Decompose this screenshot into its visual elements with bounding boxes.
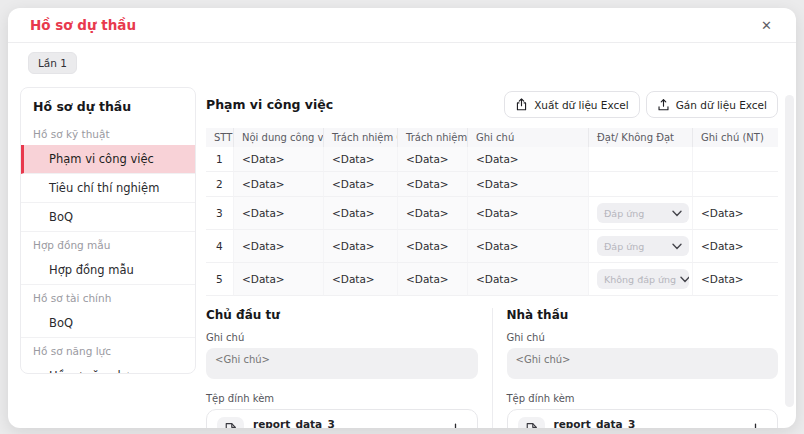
cell-cdt: <Data> [323,147,397,172]
upload-icon [657,98,670,111]
cell-status: Đáp ứng [588,230,692,263]
file-name: report_data_3 [554,418,636,428]
table-row: 3 <Data> <Data> <Data> <Data> Đáp ứng [206,197,778,230]
scope-of-work-table: STT Nội dung công việc Trách nhiệm CĐT T… [206,128,778,296]
cell-status [588,172,692,197]
cell-content: <Data> [233,172,323,197]
cell-note: <Data> [467,147,588,172]
cell-nt: <Data> [397,172,467,197]
sidebar-section-capacity: Hồ sơ năng lực [21,338,195,362]
sidebar-item-hop-dong-mau[interactable]: Hợp đồng mẫu [21,256,195,285]
export-excel-button[interactable]: Xuất dữ liệu Excel [504,91,640,118]
col-stt: STT [206,128,233,147]
sidebar-item-boq-technical[interactable]: BoQ [21,203,195,232]
col-status: Đạt/ Không Đạt [588,128,692,147]
sidebar-item-ho-so-nang-luc[interactable]: Hồ sơ năng lực [21,362,195,374]
bid-dossier-modal: Hồ sơ dự thầu ✕ Lần 1 Hồ sơ dự thầu Hồ s… [8,8,796,428]
col-note: Ghi chú [467,128,588,147]
cell-nt: <Data> [397,147,467,172]
xls-file-icon: XLS [518,417,545,428]
owner-note-label: Ghi chú [206,332,478,343]
cell-nt-note [692,147,778,172]
round-tab-1[interactable]: Lần 1 [28,52,77,74]
cell-note: <Data> [467,197,588,230]
sidebar-section-contract: Hợp đồng mẫu [21,232,195,256]
status-dropdown[interactable]: Đáp ứng [597,203,689,223]
sidebar: Hồ sơ dự thầu Hồ sơ kỹ thuật Phạm vi côn… [20,87,196,374]
cell-note: <Data> [467,263,588,296]
main-header: Phạm vi công việc Xuất dữ liệu Excel [206,91,778,118]
cell-nt: <Data> [397,230,467,263]
status-dropdown[interactable]: Đáp ứng [597,236,689,256]
sidebar-title: Hồ sơ dự thầu [21,88,195,121]
sidebar-item-tieu-chi-thi-nghiem[interactable]: Tiêu chí thí nghiệm [21,174,195,203]
cell-status [588,147,692,172]
sidebar-section-technical: Hồ sơ kỹ thuật [21,121,195,145]
cell-nt: <Data> [397,263,467,296]
owner-panel: Chủ đầu tư Ghi chú Tệp đính kèm XLS [206,308,492,428]
cell-stt: 1 [206,147,233,172]
cell-note: <Data> [467,172,588,197]
table-row: 2 <Data> <Data> <Data> <Data> [206,172,778,197]
modal-header: Hồ sơ dự thầu ✕ [8,8,796,43]
contractor-file-card: XLS report_data_3 50 KB [507,409,779,428]
contractor-note-input[interactable] [507,348,779,379]
contractor-note-label: Ghi chú [507,332,779,343]
cell-stt: 4 [206,230,233,263]
owner-file-card: XLS report_data_3 50 KB [206,409,478,428]
contractor-panel: Nhà thầu Ghi chú Tệp đính kèm XLS [492,308,779,428]
download-icon[interactable] [446,420,465,429]
cell-nt-note [692,172,778,197]
col-nt-note: Ghi chú (NT) [692,128,778,147]
sidebar-item-pham-vi-cong-viec[interactable]: Phạm vi công việc [21,145,195,174]
cell-content: <Data> [233,263,323,296]
cell-cdt: <Data> [323,172,397,197]
file-name: report_data_3 [253,418,335,428]
page-title: Phạm vi công việc [206,97,333,112]
import-excel-button[interactable]: Gán dữ liệu Excel [646,91,778,118]
status-dropdown[interactable]: Không đáp ứng [597,269,689,289]
notes-panels: Chủ đầu tư Ghi chú Tệp đính kèm XLS [206,308,778,428]
xls-file-icon: XLS [217,417,244,428]
table-row: 5 <Data> <Data> <Data> <Data> Không đáp … [206,263,778,296]
cell-cdt: <Data> [323,263,397,296]
chevron-down-icon [676,274,689,285]
col-content: Nội dung công việc [233,128,323,147]
vertical-scrollbar[interactable] [785,95,794,407]
close-icon[interactable]: ✕ [759,17,774,34]
cell-stt: 3 [206,197,233,230]
sidebar-item-boq-financial[interactable]: BoQ [21,309,195,338]
cell-content: <Data> [233,230,323,263]
main-panel: Phạm vi công việc Xuất dữ liệu Excel [206,87,778,428]
cell-status: Không đáp ứng [588,263,692,296]
col-cdt: Trách nhiệm CĐT [323,128,397,147]
cell-nt-note: <Data> [692,197,778,230]
table-row: 1 <Data> <Data> <Data> <Data> [206,147,778,172]
cell-cdt: <Data> [323,197,397,230]
sidebar-section-financial: Hồ sơ tài chính [21,285,195,309]
modal-title: Hồ sơ dự thầu [30,17,136,33]
owner-attachment-label: Tệp đính kèm [206,393,478,404]
cell-content: <Data> [233,147,323,172]
chevron-down-icon [668,241,682,252]
modal-content: Hồ sơ dự thầu Hồ sơ kỹ thuật Phạm vi côn… [8,81,796,428]
cell-nt: <Data> [397,197,467,230]
share-export-icon [515,98,528,111]
round-tabs: Lần 1 [8,43,796,81]
table-header-row: STT Nội dung công việc Trách nhiệm CĐT T… [206,128,778,147]
cell-stt: 2 [206,172,233,197]
col-nt: Trách nhiệm NT [397,128,467,147]
cell-note: <Data> [467,230,588,263]
owner-panel-title: Chủ đầu tư [206,308,478,322]
cell-content: <Data> [233,197,323,230]
contractor-attachment-label: Tệp đính kèm [507,393,779,404]
cell-stt: 5 [206,263,233,296]
contractor-panel-title: Nhà thầu [507,308,779,322]
owner-note-input[interactable] [206,348,478,379]
excel-buttons: Xuất dữ liệu Excel Gán dữ liệu Excel [504,91,778,118]
cell-status: Đáp ứng [588,197,692,230]
cell-cdt: <Data> [323,230,397,263]
table-row: 4 <Data> <Data> <Data> <Data> Đáp ứng [206,230,778,263]
chevron-down-icon [668,208,682,219]
download-icon[interactable] [746,420,765,429]
